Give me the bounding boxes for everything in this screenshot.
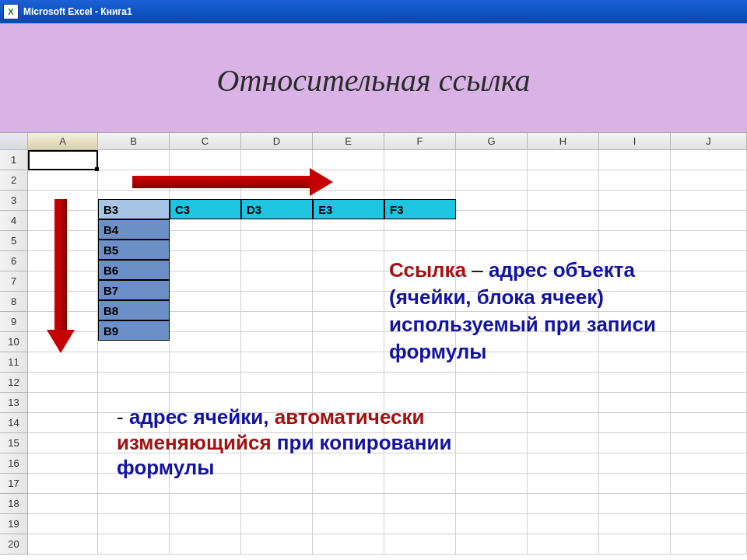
grid-cell[interactable] [241, 494, 313, 514]
grid-cell[interactable] [599, 373, 671, 393]
grid-cell[interactable] [28, 514, 98, 534]
grid-cell[interactable] [528, 211, 599, 231]
grid-cell[interactable] [599, 474, 671, 494]
grid-cell[interactable] [599, 413, 671, 433]
grid-cell[interactable] [384, 150, 456, 170]
grid-cell[interactable] [456, 231, 528, 251]
grid-cell[interactable] [671, 413, 747, 433]
active-cell-A1[interactable] [28, 150, 98, 170]
grid-cell[interactable] [28, 393, 98, 413]
grid-cell[interactable] [528, 150, 599, 170]
grid-cell[interactable] [241, 292, 313, 312]
grid-cell[interactable] [170, 271, 241, 292]
row-header-20[interactable]: 20 [0, 534, 28, 555]
grid-cell[interactable] [28, 453, 98, 474]
grid-cell[interactable] [313, 494, 384, 514]
grid-cell[interactable] [313, 373, 384, 393]
row-header-1[interactable]: 1 [0, 150, 28, 170]
row-header-12[interactable]: 12 [0, 373, 28, 393]
grid-cell[interactable] [241, 271, 313, 292]
col-header-I[interactable]: I [599, 133, 671, 150]
grid-cell[interactable] [599, 534, 671, 555]
row-header-9[interactable]: 9 [0, 312, 28, 332]
grid-cell[interactable] [241, 251, 313, 271]
grid-cell[interactable] [528, 373, 599, 393]
row-header-6[interactable]: 6 [0, 251, 28, 271]
grid-cell[interactable] [671, 534, 747, 555]
grid-cell[interactable] [671, 474, 747, 494]
grid-cell[interactable] [313, 251, 384, 271]
row-header-8[interactable]: 8 [0, 292, 28, 312]
row-header-19[interactable]: 19 [0, 514, 28, 534]
grid-cell[interactable] [241, 150, 313, 170]
grid-cell[interactable] [456, 373, 528, 393]
grid-cell[interactable] [599, 170, 671, 191]
grid-cell[interactable] [170, 332, 241, 352]
grid-cell[interactable] [241, 231, 313, 251]
grid-cell[interactable] [170, 231, 241, 251]
grid-cell[interactable] [456, 494, 528, 514]
grid-cell[interactable] [313, 534, 384, 555]
grid-cell[interactable] [28, 433, 98, 453]
grid-cell[interactable] [599, 494, 671, 514]
grid-cell[interactable] [671, 150, 747, 170]
grid-cell[interactable] [241, 332, 313, 352]
grid-cell[interactable] [456, 534, 528, 555]
row-header-15[interactable]: 15 [0, 433, 28, 453]
grid-cell[interactable] [671, 433, 747, 453]
grid-cell[interactable] [28, 474, 98, 494]
grid-cell[interactable] [384, 514, 456, 534]
grid-cell[interactable] [170, 514, 241, 534]
grid-cell[interactable] [384, 170, 456, 191]
grid-cell[interactable] [528, 494, 599, 514]
row-header-3[interactable]: 3 [0, 191, 28, 211]
grid-cell[interactable] [28, 413, 98, 433]
grid-cell[interactable] [313, 514, 384, 534]
grid-cell[interactable] [170, 312, 241, 332]
col-header-D[interactable]: D [241, 133, 313, 150]
grid-cell[interactable] [599, 433, 671, 453]
grid-cell[interactable] [671, 170, 747, 191]
grid-cell[interactable] [599, 150, 671, 170]
grid-cell[interactable] [313, 352, 384, 373]
grid-cell[interactable] [98, 534, 170, 555]
grid-cell[interactable] [528, 231, 599, 251]
row-header-2[interactable]: 2 [0, 170, 28, 191]
grid-cell[interactable] [384, 534, 456, 555]
col-header-F[interactable]: F [384, 133, 456, 150]
grid-cell[interactable] [599, 393, 671, 413]
grid-cell[interactable] [671, 373, 747, 393]
grid-cell[interactable] [599, 514, 671, 534]
grid-cell[interactable] [671, 211, 747, 231]
col-header-A[interactable]: A [28, 133, 98, 150]
fill-handle[interactable] [95, 167, 99, 171]
grid-cell[interactable] [28, 373, 98, 393]
grid-cell[interactable] [599, 211, 671, 231]
row-header-4[interactable]: 4 [0, 211, 28, 231]
grid-cell[interactable] [384, 494, 456, 514]
grid-cell[interactable] [456, 514, 528, 534]
grid-cell[interactable] [456, 191, 528, 211]
grid-cell[interactable] [28, 352, 98, 373]
grid-cell[interactable] [241, 534, 313, 555]
row-header-18[interactable]: 18 [0, 494, 28, 514]
grid-cell[interactable] [599, 453, 671, 474]
grid-cell[interactable] [671, 393, 747, 413]
grid-cell[interactable] [313, 332, 384, 352]
grid-cell[interactable] [170, 534, 241, 555]
grid-cell[interactable] [241, 373, 313, 393]
grid-cell[interactable] [28, 534, 98, 555]
grid-cell[interactable] [313, 312, 384, 332]
grid-cell[interactable] [456, 170, 528, 191]
grid-cell[interactable] [671, 453, 747, 474]
grid-cell[interactable] [384, 373, 456, 393]
grid-cell[interactable] [170, 352, 241, 373]
row-header-11[interactable]: 11 [0, 352, 28, 373]
grid-cell[interactable] [384, 231, 456, 251]
grid-cell[interactable] [313, 231, 384, 251]
row-header-5[interactable]: 5 [0, 231, 28, 251]
grid-cell[interactable] [671, 494, 747, 514]
grid-cell[interactable] [98, 373, 170, 393]
grid-cell[interactable] [313, 271, 384, 292]
row-header-14[interactable]: 14 [0, 413, 28, 433]
